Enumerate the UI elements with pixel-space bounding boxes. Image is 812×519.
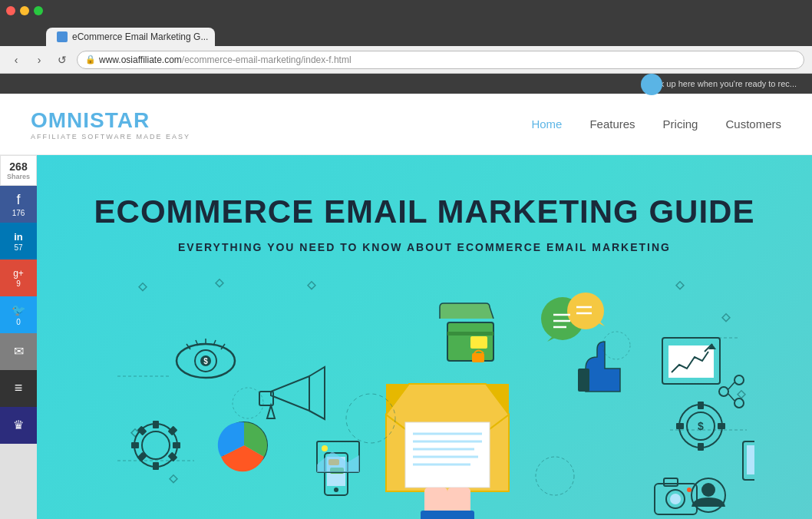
linkedin-share-button[interactable]: in 57	[0, 223, 37, 260]
svg-point-40	[322, 445, 328, 451]
svg-rect-1	[216, 279, 223, 287]
logo: OMNISTAR AFFILIATE SOFTWARE MADE EASY	[31, 108, 190, 140]
secure-icon: 🔒	[85, 55, 96, 64]
svg-rect-83	[718, 423, 725, 429]
svg-point-73	[719, 387, 728, 396]
website: OMNISTAR AFFILIATE SOFTWARE MADE EASY Ho…	[0, 94, 812, 519]
facebook-icon: f	[16, 192, 20, 208]
svg-rect-67	[470, 336, 487, 349]
svg-rect-0	[139, 283, 147, 291]
svg-rect-54	[444, 511, 474, 519]
top-banner-text: Click up here when you're ready to rec..…	[645, 79, 797, 88]
svg-text:$: $	[203, 357, 208, 365]
svg-point-56	[567, 293, 604, 329]
forward-button[interactable]: ›	[31, 51, 48, 68]
svg-rect-68	[472, 353, 484, 362]
nav-home[interactable]: Home	[531, 117, 562, 131]
hero-section: ECOMMERCE EMAIL MARKETING GUIDE EVERYTHI…	[37, 155, 812, 519]
share-number: 268	[1, 160, 36, 173]
logo-star: STAR	[90, 108, 150, 132]
address-url-main: www.osiaffiliate.com	[99, 55, 182, 65]
twitter-icon: 🐦	[12, 303, 26, 317]
svg-marker-32	[271, 376, 309, 411]
googleplus-share-button[interactable]: g+ 9	[0, 260, 37, 296]
tab-favicon	[57, 31, 68, 42]
email-icon: ✉	[14, 344, 24, 359]
address-bar[interactable]: 🔒 www.osiaffiliate.com /ecommerce-email-…	[77, 51, 804, 69]
minimize-dot[interactable]	[20, 6, 29, 15]
site-nav: Home Features Pricing Customers	[531, 117, 781, 131]
buffer-share-button[interactable]: ≡	[0, 370, 37, 407]
linkedin-count: 57	[14, 243, 22, 252]
svg-point-99	[536, 457, 574, 495]
browser-chrome: eCommerce Email Marketing G... × ‹ › ↺ 🔒…	[0, 0, 812, 94]
browser-tabs: eCommerce Email Marketing G... ×	[0, 21, 812, 46]
svg-point-95	[670, 494, 681, 504]
svg-rect-45	[405, 422, 490, 488]
googleplus-count: 9	[16, 279, 21, 288]
svg-rect-24	[153, 462, 159, 470]
svg-rect-25	[131, 442, 139, 448]
svg-line-76	[728, 382, 734, 389]
browser-titlebar	[0, 0, 812, 21]
svg-rect-23	[153, 421, 159, 428]
hero-subtitle: EVERYTHING YOU NEED TO KNOW ABOUT ECOMME…	[178, 241, 671, 253]
facebook-count: 176	[12, 209, 25, 217]
svg-point-97	[687, 488, 692, 492]
svg-point-75	[734, 398, 744, 408]
email-share-button[interactable]: ✉	[0, 333, 37, 370]
banner-circle[interactable]	[641, 74, 662, 95]
linkedin-icon: in	[14, 231, 23, 243]
svg-rect-4	[722, 314, 730, 322]
active-tab[interactable]: eCommerce Email Marketing G... ×	[46, 28, 215, 46]
logo-tagline: AFFILIATE SOFTWARE MADE EASY	[31, 133, 190, 140]
address-url-path: /ecommerce-email-marketing/index-f.html	[182, 55, 352, 65]
svg-point-92	[701, 483, 715, 497]
nav-pricing[interactable]: Pricing	[663, 117, 698, 131]
svg-rect-7	[170, 475, 177, 483]
content-area: 268 Shares f 176 in 57 g+ 9 🐦 0 ✉	[0, 155, 812, 519]
svg-rect-82	[676, 423, 684, 429]
nav-features[interactable]: Features	[589, 117, 635, 131]
svg-rect-81	[698, 443, 704, 451]
crown-icon: ♛	[13, 418, 24, 432]
browser-toolbar: ‹ › ↺ 🔒 www.osiaffiliate.com /ecommerce-…	[0, 46, 812, 74]
svg-rect-5	[738, 391, 745, 398]
top-banner: Click up here when you're ready to rec..…	[0, 74, 812, 94]
twitter-share-button[interactable]: 🐦 0	[0, 296, 37, 333]
svg-rect-86	[747, 445, 754, 474]
svg-rect-28	[168, 426, 178, 436]
svg-rect-26	[173, 442, 180, 448]
hero-title: ECOMMERCE EMAIL MARKETING GUIDE	[94, 193, 755, 230]
svg-point-74	[734, 375, 744, 385]
svg-rect-2	[308, 282, 315, 289]
svg-point-22	[142, 431, 170, 459]
logo-omni: OMNI	[31, 108, 90, 132]
twitter-count: 0	[16, 318, 21, 326]
refresh-button[interactable]: ↺	[54, 51, 71, 68]
facebook-share-button[interactable]: f 176	[0, 186, 37, 223]
share-sidebar: 268 Shares f 176 in 57 g+ 9 🐦 0 ✉	[0, 155, 37, 519]
svg-rect-66	[447, 332, 493, 336]
hero-illustration: $	[94, 276, 754, 519]
site-header: OMNISTAR AFFILIATE SOFTWARE MADE EASY Ho…	[0, 94, 812, 155]
logo-text: OMNISTAR	[31, 108, 190, 133]
share-label: Shares	[1, 173, 36, 180]
svg-point-101	[602, 332, 630, 359]
fullscreen-dot[interactable]	[34, 6, 43, 15]
close-dot[interactable]	[6, 6, 15, 15]
svg-rect-96	[664, 478, 678, 486]
svg-rect-64	[578, 369, 589, 392]
svg-text:$: $	[698, 420, 704, 432]
back-button[interactable]: ‹	[8, 51, 25, 68]
googleplus-icon: g+	[13, 268, 24, 279]
svg-rect-3	[676, 282, 684, 289]
share-count-box: 268 Shares	[0, 155, 37, 186]
svg-line-77	[728, 394, 734, 401]
nav-customers[interactable]: Customers	[725, 117, 781, 131]
tab-title: eCommerce Email Marketing G...	[72, 31, 208, 42]
svg-point-36	[334, 488, 338, 492]
svg-rect-80	[698, 402, 704, 409]
crown-share-button[interactable]: ♛	[0, 407, 37, 444]
buffer-icon: ≡	[15, 380, 23, 396]
